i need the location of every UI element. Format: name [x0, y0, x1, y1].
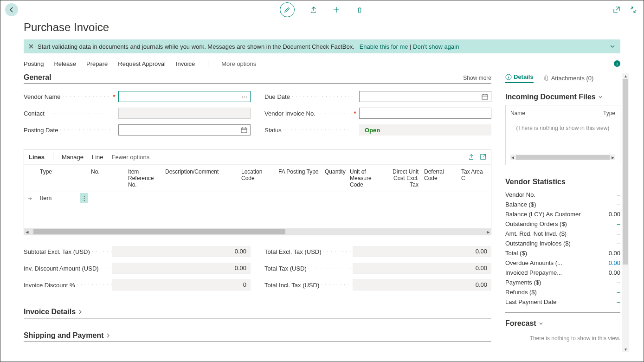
col-tax-area[interactable]: Tax Area C	[458, 165, 491, 192]
action-invoice[interactable]: Invoice	[176, 60, 195, 67]
calendar-icon[interactable]	[482, 93, 488, 100]
inc-col-type[interactable]: Type	[603, 110, 615, 116]
total-tax-label: Total Tax (USD)	[264, 265, 353, 272]
details-tab[interactable]: Details	[505, 73, 534, 83]
show-more-link[interactable]: Show more	[463, 75, 491, 81]
overdue-link[interactable]: 0.00	[609, 259, 620, 266]
edit-button[interactable]	[280, 2, 295, 17]
vendor-invoice-no-label: Vendor Invoice No.	[264, 110, 353, 117]
col-description[interactable]: Description/Comment	[162, 165, 238, 192]
notification-chevron-icon[interactable]	[609, 43, 616, 50]
lines-share-icon[interactable]	[468, 154, 474, 160]
side-vscrollbar[interactable]: ▴▾	[622, 73, 629, 352]
back-button[interactable]	[5, 3, 18, 16]
notification-bar: Start validating data in documents and j…	[24, 39, 620, 53]
required-icon: *	[112, 93, 116, 100]
vendor-invoice-no-input[interactable]	[359, 108, 491, 119]
forecast-heading: Forecast	[505, 319, 536, 328]
lines-title: Lines	[29, 154, 45, 161]
col-item-ref[interactable]: Item Reference No.	[125, 165, 162, 192]
posting-date-label: Posting Date	[24, 127, 112, 134]
delete-icon[interactable]	[355, 5, 364, 14]
lines-section: Lines Manage Line Fewer options	[24, 149, 491, 235]
total-tax-value: 0.00	[353, 263, 491, 274]
shipping-payment-section[interactable]: Shipping and Payment	[24, 329, 491, 342]
contact-input[interactable]	[118, 108, 251, 119]
col-quantity[interactable]: Quantity	[322, 165, 347, 192]
row-menu-icon[interactable]: ⋮	[80, 193, 88, 203]
lines-expand-icon[interactable]	[480, 154, 486, 160]
action-divider	[208, 60, 208, 67]
col-type[interactable]: Type	[37, 165, 80, 192]
lines-manage[interactable]: Manage	[62, 154, 84, 161]
forecast-empty-text: There is nothing to show in this view.	[505, 335, 620, 342]
incoming-empty-text: (There is nothing to show in this view)	[510, 125, 615, 131]
lines-hscrollbar[interactable]: ◂▸	[24, 228, 491, 235]
general-heading: General	[24, 73, 52, 82]
vendor-name-input[interactable]: ⋯	[118, 91, 251, 102]
new-icon[interactable]	[332, 5, 341, 14]
lookup-icon[interactable]: ⋯	[241, 93, 247, 100]
notification-text: Start validating data in documents and j…	[38, 43, 354, 50]
action-more-options[interactable]: More options	[221, 60, 256, 67]
invoice-details-section[interactable]: Invoice Details	[24, 305, 491, 318]
chevron-right-icon	[105, 333, 111, 338]
total-excl-label: Total Excl. Tax (USD)	[264, 248, 353, 255]
chevron-down-icon[interactable]	[598, 94, 603, 100]
action-posting[interactable]: Posting	[24, 60, 44, 67]
due-date-label: Due Date	[264, 93, 353, 100]
popout-icon[interactable]	[612, 5, 621, 14]
share-icon[interactable]	[309, 5, 318, 14]
action-request-approval[interactable]: Request Approval	[118, 60, 166, 67]
incoming-hscrollbar[interactable]: ◂▸	[510, 155, 615, 160]
svg-rect-0	[241, 128, 247, 133]
inv-disc-value[interactable]: 0.00	[112, 263, 251, 274]
vendor-stats-heading: Vendor Statistics	[505, 178, 566, 186]
attachments-tab[interactable]: Attachments (0)	[543, 73, 594, 83]
incoming-files-box: Name Type (There is nothing to show in t…	[505, 105, 620, 165]
total-incl-value: 0.00	[353, 279, 491, 291]
collapse-icon[interactable]	[629, 5, 638, 14]
subtotal-label: Subtotal Excl. Tax (USD)	[24, 248, 112, 255]
table-row[interactable]: Item ⋮	[24, 192, 491, 204]
required-icon: *	[353, 110, 357, 117]
attachment-icon	[543, 75, 549, 82]
vendor-name-label: Vendor Name	[24, 93, 112, 100]
inc-col-name[interactable]: Name	[510, 110, 525, 116]
due-date-input[interactable]	[359, 91, 491, 102]
col-uom[interactable]: Unit of Measure Code	[347, 165, 384, 192]
status-value: Open	[359, 124, 491, 136]
subtotal-value: 0.00	[112, 246, 251, 257]
calendar-icon[interactable]	[241, 127, 247, 133]
page-title: Purchase Invoice	[0, 19, 644, 39]
row-type[interactable]: Item	[37, 191, 80, 205]
dont-show-link[interactable]: Don't show again	[413, 43, 459, 50]
total-excl-value: 0.00	[353, 246, 491, 257]
enable-link[interactable]: Enable this for me	[360, 43, 408, 50]
posting-date-input[interactable]	[118, 124, 251, 136]
lines-fewer-options[interactable]: Fewer options	[112, 154, 150, 161]
inv-disc-label: Inv. Discount Amount (USD)	[24, 265, 112, 272]
chevron-right-icon	[77, 309, 83, 315]
inv-pct-label: Invoice Discount %	[24, 282, 112, 289]
col-no[interactable]: No.	[88, 165, 125, 192]
col-location[interactable]: Location Code	[238, 165, 276, 192]
notification-close-icon[interactable]	[28, 44, 34, 49]
col-fa-posting[interactable]: FA Posting Type	[276, 165, 322, 192]
col-direct-cost[interactable]: Direct Unit Cost Excl. Tax	[384, 165, 421, 192]
info-indicator-icon[interactable]: i	[614, 60, 620, 67]
inv-pct-value[interactable]: 0	[112, 279, 251, 291]
lines-line[interactable]: Line	[92, 154, 103, 161]
chevron-down-icon[interactable]	[538, 321, 544, 326]
row-arrow-icon[interactable]	[24, 192, 37, 205]
incoming-files-heading: Incoming Document Files	[505, 93, 596, 101]
action-prepare[interactable]: Prepare	[86, 60, 108, 67]
contact-label: Contact	[24, 110, 112, 117]
status-label: Status	[264, 127, 353, 134]
col-deferral[interactable]: Deferral Code	[421, 165, 458, 192]
info-icon	[505, 74, 512, 80]
action-release[interactable]: Release	[54, 60, 76, 67]
svg-rect-1	[482, 95, 488, 99]
total-incl-label: Total Incl. Tax (USD)	[264, 282, 353, 289]
